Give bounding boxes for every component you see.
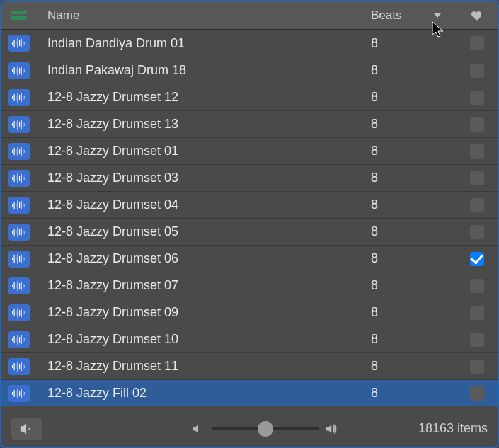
waveform-icon: [8, 277, 30, 294]
favorite-checkbox[interactable]: [470, 198, 484, 212]
preview-button[interactable]: [11, 418, 42, 440]
svg-rect-98: [16, 364, 16, 369]
loop-type-icon: [1, 358, 37, 375]
loop-beats: 8: [368, 171, 457, 185]
table-row[interactable]: 12-8 Jazzy Drumset 098: [1, 299, 498, 326]
loop-beats: 8: [368, 386, 457, 401]
svg-rect-96: [12, 365, 13, 368]
svg-rect-33: [14, 148, 15, 155]
svg-rect-7: [25, 42, 25, 45]
favorite-cell: [457, 360, 498, 374]
svg-rect-35: [18, 147, 18, 156]
svg-rect-93: [21, 335, 22, 344]
loop-beats: 8: [368, 224, 457, 239]
loop-list[interactable]: Indian Dandiya Drum 018Indian Pakawaj Dr…: [1, 30, 498, 410]
svg-rect-72: [12, 285, 13, 287]
table-row[interactable]: 12-8 Jazzy Drumset 128: [1, 84, 498, 110]
favorite-checkbox[interactable]: [470, 64, 484, 78]
favorite-checkbox[interactable]: [470, 306, 484, 320]
svg-rect-43: [18, 173, 18, 183]
svg-rect-70: [23, 257, 23, 261]
svg-rect-83: [18, 308, 18, 318]
svg-rect-99: [18, 362, 18, 372]
svg-rect-12: [19, 68, 20, 74]
waveform-icon: [8, 35, 30, 52]
svg-rect-37: [21, 147, 22, 156]
svg-rect-73: [14, 282, 15, 289]
column-header-beats[interactable]: Beats: [368, 8, 457, 23]
waveform-icon: [8, 62, 30, 79]
svg-rect-75: [18, 281, 18, 291]
table-row[interactable]: 12-8 Jazzy Drumset 108: [1, 326, 498, 352]
table-row[interactable]: 12-8 Jazzy Fill 028: [1, 379, 498, 406]
table-row[interactable]: 12-8 Jazzy Drumset 138: [1, 110, 498, 137]
svg-rect-2: [16, 41, 16, 45]
favorite-checkbox[interactable]: [470, 171, 484, 185]
volume-slider[interactable]: [212, 427, 319, 430]
loop-name: 12-8 Jazzy Drumset 07: [37, 278, 368, 293]
loop-type-icon: [1, 170, 37, 187]
loop-beats: 8: [368, 63, 457, 78]
loop-name: 12-8 Jazzy Drumset 05: [37, 224, 368, 239]
favorite-cell: [457, 117, 498, 132]
volume-slider-thumb[interactable]: [258, 421, 273, 437]
loop-beats: 8: [368, 90, 457, 105]
loop-type-icon: [1, 35, 37, 52]
table-row[interactable]: 12-8 Jazzy Drumset 058: [1, 218, 498, 245]
favorite-checkbox[interactable]: [470, 36, 484, 50]
svg-rect-68: [19, 256, 20, 262]
loop-beats: 8: [368, 117, 457, 132]
table-row[interactable]: 12-8 Jazzy Drumset 078: [1, 272, 498, 299]
svg-rect-3: [18, 38, 18, 48]
favorite-checkbox[interactable]: [470, 117, 484, 132]
table-row[interactable]: Indian Dandiya Drum 018: [1, 30, 498, 57]
table-row[interactable]: 12-8 Jazzy Drumset 068: [1, 245, 498, 272]
loop-beats: 8: [368, 144, 457, 159]
svg-rect-66: [16, 257, 16, 261]
favorite-checkbox[interactable]: [470, 360, 484, 374]
favorite-checkbox[interactable]: [470, 386, 484, 401]
speaker-icon: [19, 423, 35, 435]
svg-rect-109: [21, 389, 22, 398]
loop-name: 12-8 Jazzy Drumset 04: [37, 197, 368, 212]
svg-rect-29: [21, 120, 22, 129]
favorite-checkbox[interactable]: [470, 333, 484, 347]
filter-toggle[interactable]: [1, 11, 37, 21]
svg-rect-55: [25, 204, 25, 207]
favorite-checkbox[interactable]: [470, 91, 484, 105]
svg-rect-1: [14, 40, 15, 47]
loop-name: 12-8 Jazzy Drumset 11: [37, 359, 368, 374]
svg-rect-91: [18, 335, 18, 345]
favorite-checkbox[interactable]: [470, 279, 484, 293]
favorite-checkbox[interactable]: [470, 225, 484, 239]
table-row[interactable]: Indian Pakawaj Drum 188: [1, 57, 498, 84]
svg-rect-20: [19, 95, 20, 100]
loop-type-icon: [1, 277, 37, 294]
svg-rect-95: [25, 338, 25, 341]
svg-rect-110: [23, 391, 23, 396]
table-row[interactable]: 12-8 Jazzy Drumset 048: [1, 191, 498, 218]
waveform-icon: [8, 89, 30, 106]
favorite-cell: [457, 144, 498, 159]
svg-rect-69: [21, 255, 22, 263]
favorite-checkbox[interactable]: [470, 252, 484, 266]
column-header-favorite[interactable]: [457, 9, 498, 22]
svg-rect-51: [18, 200, 18, 210]
filter-rows-icon: [11, 11, 27, 21]
waveform-icon: [8, 385, 30, 402]
favorite-cell: [457, 333, 498, 347]
waveform-icon: [8, 331, 30, 348]
table-row[interactable]: 12-8 Jazzy Drumset 038: [1, 164, 498, 191]
column-header-name[interactable]: Name: [37, 8, 368, 23]
loop-name: 12-8 Jazzy Drumset 10: [37, 332, 368, 347]
svg-rect-4: [19, 40, 20, 46]
table-row[interactable]: 12-8 Jazzy Drumset 118: [1, 352, 498, 379]
svg-rect-40: [12, 177, 13, 180]
favorite-cell: [457, 306, 498, 320]
loop-beats: 8: [368, 332, 457, 347]
svg-rect-74: [16, 284, 16, 288]
favorite-checkbox[interactable]: [470, 144, 484, 159]
column-header-beats-label: Beats: [371, 8, 401, 23]
favorite-cell: [457, 198, 498, 212]
table-row[interactable]: 12-8 Jazzy Drumset 018: [1, 137, 498, 164]
